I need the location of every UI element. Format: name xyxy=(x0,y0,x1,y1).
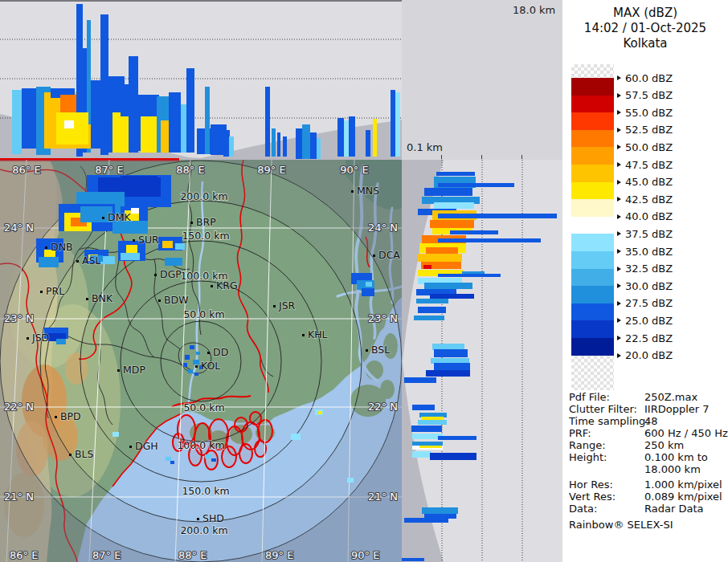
info-label: Hor Res: xyxy=(569,479,613,491)
axis-tick xyxy=(521,155,522,159)
echo-bar xyxy=(418,420,447,425)
city-marker xyxy=(40,291,43,293)
radar-cell xyxy=(121,176,157,187)
radar-cell xyxy=(205,454,211,458)
info-label: Time sampling: xyxy=(569,415,649,427)
echo-bar xyxy=(402,558,424,561)
legend-band xyxy=(571,165,614,182)
legend-row: 47.5 dBZ xyxy=(617,158,673,171)
city-label: ASL xyxy=(82,255,100,267)
legend-panel: MAX (dBZ) 14:02 / 01-Oct-2025 Kolkata 60… xyxy=(562,0,728,562)
legend-row: 55.0 dBZ xyxy=(617,106,673,119)
radar-cell xyxy=(175,243,185,250)
city-label: DGP xyxy=(160,268,182,280)
latitude-label: 21° N xyxy=(4,491,34,503)
city-label: DGH xyxy=(135,440,158,452)
info-label: PRF: xyxy=(569,427,591,439)
info-value: 0.100 km to xyxy=(644,451,708,463)
info-value: 1.000 km/pixel xyxy=(644,479,722,491)
city-marker xyxy=(190,222,193,224)
echo-bar xyxy=(438,274,501,277)
echo-bar xyxy=(424,283,472,289)
radar-cell xyxy=(56,339,66,344)
radar-map: 200.0 km150.0 km100.0 km50.0 km50.0 km10… xyxy=(0,160,402,562)
radar-cell xyxy=(196,352,200,355)
echo-bar xyxy=(302,124,310,159)
echo-bar xyxy=(421,417,444,420)
level-arrow-icon xyxy=(617,214,621,219)
longitude-label: 87° E xyxy=(92,549,121,561)
echo-bar xyxy=(296,128,302,159)
city-label: SUR xyxy=(138,234,159,246)
top-profile-echoes xyxy=(0,4,400,160)
city-marker xyxy=(197,518,199,520)
info-value: 250 km xyxy=(644,439,684,451)
city-marker xyxy=(154,274,157,276)
echo-bar xyxy=(366,130,370,157)
info-value: 18.000 km xyxy=(644,463,701,475)
axis-tick xyxy=(481,155,482,159)
level-arrow-icon xyxy=(617,145,621,149)
echo-bar xyxy=(430,294,474,299)
echo-bar xyxy=(416,299,448,303)
legend-value: 32.5 dBZ xyxy=(625,263,673,275)
info-label: Clutter Filter: xyxy=(569,403,637,415)
echo-bar xyxy=(349,116,355,157)
level-arrow-icon xyxy=(617,301,621,306)
legend-band xyxy=(571,147,614,165)
range-ring-label: 100.0 km xyxy=(177,439,224,451)
longitude-label: 88° E xyxy=(178,549,207,561)
legend-band xyxy=(571,96,614,113)
city-marker xyxy=(45,246,47,249)
legend-row: 42.5 dBZ xyxy=(617,193,673,206)
city-label: JSD xyxy=(31,332,49,344)
echo-bar xyxy=(418,254,462,262)
legend-band xyxy=(571,78,614,96)
level-arrow-icon xyxy=(617,249,621,254)
radar-cell xyxy=(39,257,59,267)
longitude-label: 88° E xyxy=(176,164,204,176)
legend-row: 52.5 dBZ xyxy=(617,124,673,136)
longitude-label: 87° E xyxy=(95,164,123,176)
echo-bar xyxy=(186,68,194,153)
legend-row: 37.5 dBZ xyxy=(617,227,673,240)
software-brand: Rainbow® SELEX-SI xyxy=(569,519,673,531)
city-marker xyxy=(195,365,198,368)
info-value: 600 Hz / 450 Hz xyxy=(644,427,728,439)
level-arrow-icon xyxy=(617,162,621,167)
echo-bar xyxy=(426,247,458,254)
radar-cell xyxy=(170,461,174,464)
echo-bar xyxy=(391,90,395,157)
echo-bar xyxy=(395,92,400,157)
latitude-label: 22° N xyxy=(4,401,34,413)
radar-map-panel: 200.0 km150.0 km100.0 km50.0 km50.0 km10… xyxy=(0,160,402,562)
echo-bar xyxy=(412,405,435,410)
legend-band xyxy=(571,217,614,234)
city-marker xyxy=(158,299,161,302)
city-label: DCA xyxy=(378,249,400,261)
info-value: IIRDoppler 7 xyxy=(644,403,710,415)
echo-bar xyxy=(112,112,130,153)
city-marker xyxy=(211,285,213,287)
echo-bar xyxy=(418,307,446,313)
legend-value: 22.5 dBZ xyxy=(625,332,673,344)
legend-band xyxy=(571,234,614,251)
city-marker xyxy=(86,298,88,300)
echo-bar xyxy=(434,349,468,357)
city-label: DD xyxy=(213,346,228,358)
legend-value: 45.0 dBZ xyxy=(625,176,673,188)
echo-bar xyxy=(411,426,442,432)
legend-row: 57.5 dBZ xyxy=(617,89,673,102)
legend-band xyxy=(571,182,614,200)
echo-bar xyxy=(419,446,442,448)
range-ring-label: 200.0 km xyxy=(180,524,227,536)
product-name: MAX (dBZ) xyxy=(562,6,728,21)
echo-bar xyxy=(438,214,557,218)
echo-bar xyxy=(223,130,230,157)
longitude-label: 90° E xyxy=(340,164,368,176)
radar-cell xyxy=(211,458,216,462)
city-marker xyxy=(27,337,29,340)
level-arrow-icon xyxy=(617,75,621,80)
legend-value: 27.5 dBZ xyxy=(625,297,673,309)
city-marker xyxy=(351,190,354,193)
